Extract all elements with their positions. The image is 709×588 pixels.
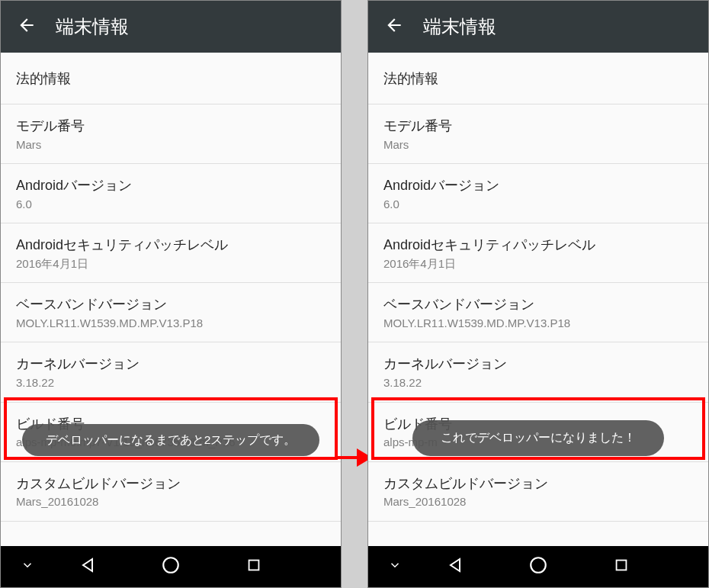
triangle-back-icon: [446, 556, 464, 577]
arrow-back-icon: [17, 15, 37, 38]
nav-back-button[interactable]: [79, 556, 97, 577]
item-title: カーネルバージョン: [16, 355, 326, 373]
list-item-custom-build[interactable]: カスタムビルドバージョン Mars_20161028: [1, 462, 341, 522]
toast: デベロッパーになるまであと2ステップです。: [22, 424, 319, 456]
appbar-title: 端末情報: [423, 14, 496, 39]
item-title: Androidバージョン: [16, 176, 326, 194]
item-title: 法的情報: [383, 65, 693, 92]
item-title: Androidセキュリティパッチレベル: [16, 236, 326, 254]
appbar: 端末情報: [1, 1, 341, 53]
square-recent-icon: [245, 557, 262, 577]
list-item-kernel[interactable]: カーネルバージョン 3.18.22: [368, 342, 708, 402]
settings-list: 法的情報 モデル番号 Mars Androidバージョン 6.0 Android…: [1, 53, 341, 546]
nav-back-button[interactable]: [446, 556, 464, 577]
chevron-down-icon: [388, 558, 402, 575]
list-item-baseband[interactable]: ベースバンドバージョン MOLY.LR11.W1539.MD.MP.V13.P1…: [368, 283, 708, 342]
triangle-back-icon: [79, 556, 97, 577]
item-subtitle: 6.0: [16, 198, 326, 212]
list-item-model[interactable]: モデル番号 Mars: [368, 104, 708, 164]
appbar-title: 端末情報: [56, 14, 129, 39]
transition-gap: [342, 0, 367, 588]
list-item-security-patch[interactable]: Androidセキュリティパッチレベル 2016年4月1日: [368, 223, 708, 283]
list-item-security-patch[interactable]: Androidセキュリティパッチレベル 2016年4月1日: [1, 223, 341, 283]
item-title: カーネルバージョン: [383, 355, 693, 373]
svg-rect-3: [616, 561, 626, 570]
item-title: カスタムビルドバージョン: [16, 474, 326, 493]
square-recent-icon: [613, 557, 630, 577]
circle-home-icon: [161, 555, 181, 578]
item-subtitle: MOLY.LR11.W1539.MD.MP.V13.P18: [16, 316, 326, 331]
item-title: ベースバンドバージョン: [16, 295, 326, 313]
item-subtitle: Mars_20161028: [383, 495, 693, 509]
item-subtitle: 6.0: [383, 198, 693, 212]
item-title: 法的情報: [16, 65, 326, 92]
nav-recent-button[interactable]: [613, 557, 630, 577]
settings-list: 法的情報 モデル番号 Mars Androidバージョン 6.0 Android…: [368, 53, 708, 546]
item-subtitle: Mars: [383, 138, 693, 153]
item-title: モデル番号: [16, 117, 326, 135]
circle-home-icon: [528, 555, 548, 578]
toast: これでデベロッパーになりました！: [412, 420, 664, 456]
list-item-model[interactable]: モデル番号 Mars: [1, 104, 341, 164]
chevron-down-icon: [21, 558, 34, 575]
svg-rect-1: [249, 561, 258, 570]
item-subtitle: 3.18.22: [383, 376, 693, 390]
nav-home-button[interactable]: [528, 555, 548, 578]
list-item-kernel[interactable]: カーネルバージョン 3.18.22: [1, 342, 341, 402]
phone-left: 端末情報 法的情報 モデル番号 Mars Androidバージョン 6.0 An…: [0, 0, 342, 588]
side-by-side-container: 端末情報 法的情報 モデル番号 Mars Androidバージョン 6.0 An…: [0, 0, 709, 588]
item-subtitle: 2016年4月1日: [16, 257, 326, 272]
item-subtitle: Mars: [16, 138, 326, 153]
list-item-custom-build[interactable]: カスタムビルドバージョン Mars_20161028: [368, 462, 708, 522]
item-subtitle: Mars_20161028: [16, 495, 326, 509]
item-title: Androidセキュリティパッチレベル: [383, 236, 693, 254]
item-subtitle: 2016年4月1日: [383, 257, 693, 272]
item-title: モデル番号: [383, 117, 693, 135]
list-item-android-version[interactable]: Androidバージョン 6.0: [1, 164, 341, 223]
navigation-bar: [368, 546, 708, 587]
navigation-bar: [1, 546, 341, 587]
item-subtitle: MOLY.LR11.W1539.MD.MP.V13.P18: [383, 316, 693, 331]
item-title: Androidバージョン: [383, 176, 693, 194]
item-title: ベースバンドバージョン: [383, 295, 693, 313]
arrow-back-icon: [384, 15, 404, 38]
appbar: 端末情報: [368, 1, 708, 53]
nav-overflow-button[interactable]: [21, 558, 34, 575]
nav-recent-button[interactable]: [245, 557, 262, 577]
nav-home-button[interactable]: [161, 555, 181, 578]
back-button[interactable]: [11, 11, 42, 42]
list-item-android-version[interactable]: Androidバージョン 6.0: [368, 164, 708, 223]
back-button[interactable]: [379, 11, 409, 42]
phone-right: 端末情報 法的情報 モデル番号 Mars Androidバージョン 6.0 An…: [367, 0, 709, 588]
svg-point-2: [531, 557, 546, 573]
list-item-legal[interactable]: 法的情報: [368, 53, 708, 104]
item-subtitle: 3.18.22: [16, 376, 326, 390]
list-item-baseband[interactable]: ベースバンドバージョン MOLY.LR11.W1539.MD.MP.V13.P1…: [1, 283, 341, 342]
item-title: カスタムビルドバージョン: [383, 474, 693, 493]
nav-overflow-button[interactable]: [388, 558, 402, 575]
list-item-legal[interactable]: 法的情報: [1, 53, 341, 104]
svg-point-0: [163, 557, 178, 573]
